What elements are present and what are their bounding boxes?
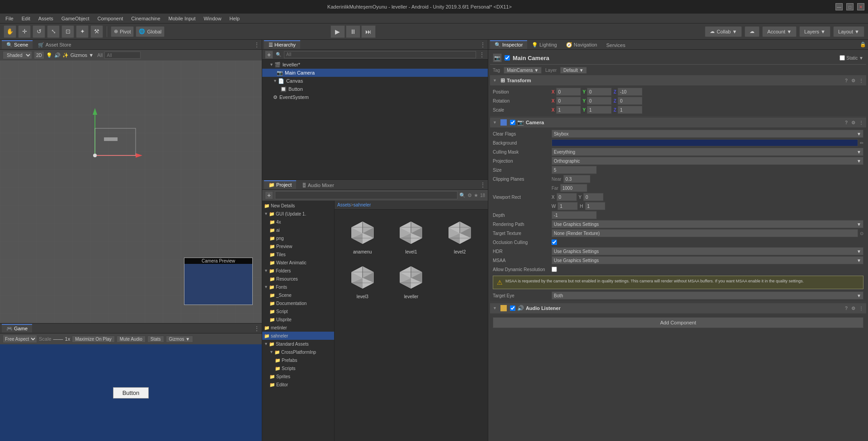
- tab-project[interactable]: 📁 Project: [264, 180, 296, 189]
- asset-leveller[interactable]: leveller: [389, 260, 434, 301]
- hierarchy-item-canvas[interactable]: ▼ 📄 Canvas: [262, 77, 488, 85]
- tab-hierarchy[interactable]: ☰ Hierarchy: [264, 40, 300, 49]
- project-fav-btn[interactable]: ★: [474, 192, 478, 198]
- mute-audio-btn[interactable]: Mute Audio: [117, 336, 146, 342]
- proj-item-standard-assets[interactable]: ▼ 📁 Standard Assets: [262, 340, 334, 348]
- close-button[interactable]: ✕: [857, 3, 864, 10]
- proj-item-4x[interactable]: 📁 4x: [262, 218, 334, 226]
- culling-mask-dropdown[interactable]: Everything ▼: [552, 148, 863, 156]
- aspect-select[interactable]: Free Aspect: [3, 335, 37, 343]
- tab-game[interactable]: 🎮 Game: [2, 324, 32, 333]
- audio-more[interactable]: ⋮: [859, 306, 863, 311]
- vp-y-input[interactable]: [583, 193, 604, 201]
- rotate-tool[interactable]: ↺: [33, 25, 45, 38]
- audio-icon[interactable]: 🔊: [54, 52, 61, 58]
- color-picker-btn[interactable]: ✏: [860, 141, 863, 145]
- transform-help[interactable]: ?: [845, 78, 848, 83]
- 2d-toggle[interactable]: 2D: [34, 51, 44, 59]
- scale-x-input[interactable]: [556, 106, 581, 114]
- audio-help[interactable]: ?: [845, 306, 848, 311]
- stats-btn[interactable]: Stats: [147, 336, 164, 342]
- hand-tool[interactable]: ✋: [4, 25, 16, 38]
- hierarchy-search[interactable]: [284, 51, 476, 58]
- asset-level1[interactable]: level1: [389, 215, 434, 256]
- proj-item-ai[interactable]: 📁 ai: [262, 226, 334, 234]
- proj-item-png[interactable]: 📁 png: [262, 234, 334, 242]
- size-input[interactable]: [552, 166, 597, 174]
- rot-x-input[interactable]: [556, 97, 581, 105]
- step-button[interactable]: ⏭: [361, 25, 376, 38]
- pos-z-input[interactable]: [618, 88, 642, 96]
- project-add-btn[interactable]: +: [265, 191, 273, 199]
- camera-enable-toggle[interactable]: [500, 119, 507, 126]
- asset-anamenu[interactable]: anamenu: [340, 215, 385, 256]
- menu-window[interactable]: Window: [200, 15, 225, 22]
- menu-component[interactable]: Component: [94, 15, 127, 22]
- tab-services[interactable]: Services: [602, 41, 630, 49]
- cloud-button[interactable]: ☁: [745, 26, 760, 37]
- tag-dropdown[interactable]: MainCamera ▼: [504, 67, 542, 74]
- layers-button[interactable]: Layers ▼: [799, 26, 830, 37]
- demo-button[interactable]: Button: [113, 387, 149, 399]
- msaa-dropdown[interactable]: Use Graphics Settings ▼: [552, 256, 863, 264]
- static-checkbox[interactable]: [840, 55, 845, 61]
- gizmos-btn[interactable]: Gizmos ▼: [71, 52, 94, 58]
- tab-asset-store[interactable]: 🛒 Asset Store: [33, 40, 75, 49]
- maximize-on-play-btn[interactable]: Maximize On Play: [72, 336, 115, 342]
- camera-settings[interactable]: ⚙: [851, 120, 855, 125]
- transform-header[interactable]: ▼ ⊞ Transform ? ⚙ ⋮: [490, 75, 866, 85]
- minimize-button[interactable]: —: [835, 3, 843, 10]
- game-panel-options[interactable]: ⋮: [254, 325, 260, 332]
- project-find-btn[interactable]: 🔍: [459, 192, 466, 198]
- audio-settings[interactable]: ⚙: [851, 306, 855, 311]
- proj-item-editor[interactable]: 📁 Editor: [262, 380, 334, 389]
- proj-item-tiles[interactable]: 📁 Tiles: [262, 250, 334, 258]
- proj-item-preview[interactable]: 📁 Preview: [262, 242, 334, 250]
- transform-settings[interactable]: ⚙: [851, 78, 855, 83]
- audio-listener-header[interactable]: ▼ 🔊 Audio Listener ? ⚙ ⋮: [490, 303, 866, 313]
- rendering-path-dropdown[interactable]: Use Graphics Settings ▼: [552, 220, 863, 228]
- scene-panel-options[interactable]: ⋮: [254, 41, 260, 48]
- hdr-dropdown[interactable]: Use Graphics Settings ▼: [552, 247, 863, 255]
- target-eye-dropdown[interactable]: Both ▼: [552, 291, 863, 300]
- pivot-dropdown[interactable]: ⊕ Pivot: [111, 26, 134, 37]
- rot-y-input[interactable]: [587, 97, 612, 105]
- proj-item-sprites[interactable]: 📁 Sprites: [262, 372, 334, 380]
- proj-item-script[interactable]: 📁 Script: [262, 307, 334, 315]
- camera-more[interactable]: ⋮: [859, 120, 863, 125]
- project-filter-btn[interactable]: ⚙: [467, 192, 472, 198]
- transform-more[interactable]: ⋮: [859, 78, 863, 83]
- target-texture-picker[interactable]: ⊙: [860, 231, 863, 236]
- hierarchy-item-eventsystem[interactable]: ⚙ EventSystem: [262, 93, 488, 101]
- pos-y-input[interactable]: [587, 88, 612, 96]
- menu-assets[interactable]: Assets: [35, 15, 57, 22]
- scale-tool[interactable]: ⤡: [47, 25, 60, 38]
- render-mode-select[interactable]: Shaded: [3, 51, 32, 59]
- tab-inspector[interactable]: 🔍 Inspector: [490, 40, 527, 49]
- add-component-button[interactable]: Add Component: [493, 317, 863, 328]
- transform-tool[interactable]: ✦: [76, 25, 89, 38]
- tab-navigation[interactable]: 🧭 Navigation: [561, 40, 602, 49]
- global-dropdown[interactable]: 🌐 Global: [136, 26, 165, 37]
- scene-search[interactable]: [104, 52, 141, 59]
- asset-level3[interactable]: level3: [340, 260, 385, 301]
- depth-input[interactable]: [552, 211, 597, 219]
- proj-item-ulsprite[interactable]: 📁 Ulsprite: [262, 315, 334, 324]
- static-toggle[interactable]: Static ▼: [840, 55, 863, 61]
- proj-item-resources[interactable]: 📁 Resources: [262, 275, 334, 283]
- menu-mobile-input[interactable]: Mobile Input: [165, 15, 199, 22]
- clipping-near-input[interactable]: [563, 175, 590, 183]
- scale-y-input[interactable]: [587, 106, 612, 114]
- lock-button[interactable]: 🔒: [860, 42, 866, 47]
- camera-active-check[interactable]: [510, 120, 515, 125]
- pause-button[interactable]: ⏸: [346, 25, 360, 38]
- menu-cinemachine[interactable]: Cinemachine: [127, 15, 164, 22]
- scale-z-input[interactable]: [618, 106, 642, 114]
- menu-edit[interactable]: Edit: [18, 15, 34, 22]
- menu-help[interactable]: Help: [226, 15, 244, 22]
- camera-help[interactable]: ?: [845, 120, 848, 125]
- play-button[interactable]: ▶: [330, 25, 345, 38]
- clipping-far-input[interactable]: [560, 184, 587, 192]
- vp-x-input[interactable]: [557, 193, 577, 201]
- proj-item-gui[interactable]: ▼ 📁 GUI (Update 1.: [262, 210, 334, 218]
